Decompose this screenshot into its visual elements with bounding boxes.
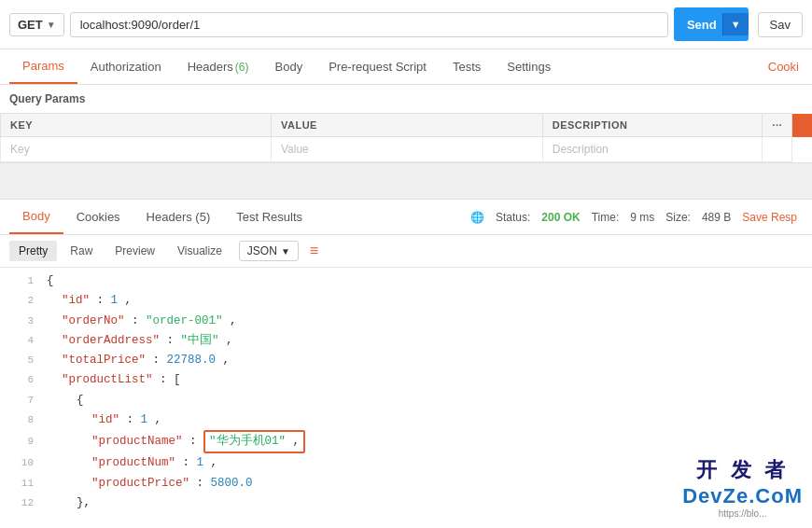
opts-cell — [763, 137, 792, 162]
time-label: Time: — [592, 211, 620, 224]
method-select[interactable]: GET ▼ — [9, 13, 64, 36]
tab-resp-headers[interactable]: Headers (5) — [133, 201, 224, 233]
section-divider — [0, 162, 812, 200]
chevron-down-icon: ▼ — [281, 246, 290, 257]
json-line-6: 6 "productList" : [ — [0, 370, 812, 390]
col-value-header: VALUE — [271, 114, 542, 137]
wrap-icon[interactable]: ≡ — [310, 243, 318, 259]
status-value: 200 OK — [541, 211, 580, 224]
json-viewer: 1 { 2 "id" : 1 , 3 "orderNo" : "order-00… — [0, 268, 812, 517]
time-value: 9 ms — [630, 211, 654, 224]
tab-params[interactable]: Params — [9, 49, 77, 84]
key-cell[interactable]: Key — [1, 137, 272, 162]
tab-settings[interactable]: Settings — [494, 50, 564, 83]
chevron-down-icon: ▼ — [47, 20, 56, 30]
desc-cell[interactable]: Description — [542, 137, 763, 162]
json-line-5: 5 "totalPrice" : 22788.0 , — [0, 351, 812, 370]
tab-resp-cookies[interactable]: Cookies — [63, 201, 133, 233]
tab-resp-testresults[interactable]: Test Results — [223, 201, 315, 233]
col-key-header: KEY — [1, 114, 272, 137]
size-label: Size: — [665, 211, 691, 224]
json-line-9: 9 "productName" : "华为手机01" , — [0, 430, 812, 453]
method-label: GET — [18, 18, 43, 32]
top-bar: GET ▼ Send ▼ Sav — [0, 0, 812, 49]
json-line-2: 2 "id" : 1 , — [0, 291, 812, 311]
json-line-1: 1 { — [0, 271, 812, 291]
query-params-label: Query Params — [0, 85, 812, 113]
table-row: Key Value Description — [1, 137, 812, 162]
status-label: Status: — [496, 211, 530, 224]
format-bar: Pretty Raw Preview Visualize JSON ▼ ≡ — [0, 235, 812, 268]
save-response-button[interactable]: Save Resp — [742, 211, 797, 224]
value-cell[interactable]: Value — [271, 137, 542, 162]
send-button[interactable]: Send ▼ — [674, 7, 749, 41]
col-opts-header: ··· — [763, 114, 792, 137]
response-status-bar: 🌐 Status: 200 OK Time: 9 ms Size: 489 B … — [465, 211, 803, 224]
col-desc-header: DESCRIPTION — [542, 114, 763, 137]
globe-icon: 🌐 — [470, 211, 484, 224]
raw-button[interactable]: Raw — [61, 241, 102, 261]
tab-headers[interactable]: Headers(6) — [175, 50, 262, 83]
tab-body[interactable]: Body — [262, 50, 316, 83]
tab-prerequest[interactable]: Pre-request Script — [315, 50, 440, 83]
json-line-7: 7 { — [0, 391, 812, 410]
format-label: JSON — [247, 244, 277, 257]
size-value: 489 B — [702, 211, 731, 224]
json-line-8: 8 "id" : 1 , — [0, 410, 812, 430]
json-line-12: 12 }, — [0, 493, 812, 513]
save-button[interactable]: Sav — [758, 12, 803, 37]
url-input[interactable] — [70, 12, 668, 37]
cookies-link[interactable]: Cooki — [764, 50, 803, 83]
pretty-button[interactable]: Pretty — [9, 241, 57, 261]
highlight-productname: "华为手机01" , — [203, 430, 305, 453]
json-line-4: 4 "orderAddress" : "中国" , — [0, 331, 812, 351]
preview-button[interactable]: Preview — [105, 241, 164, 261]
tab-authorization[interactable]: Authorization — [77, 50, 175, 83]
json-line-3: 3 "orderNo" : "order-001" , — [0, 312, 812, 331]
json-line-11: 11 "productPrice" : 5800.0 — [0, 474, 812, 493]
params-table: KEY VALUE DESCRIPTION ··· Key Value Desc… — [0, 113, 812, 162]
visualize-button[interactable]: Visualize — [168, 241, 231, 261]
json-line-10: 10 "productNum" : 1 , — [0, 453, 812, 473]
tab-resp-body[interactable]: Body — [9, 200, 63, 234]
send-arrow-button[interactable]: ▼ — [722, 13, 749, 35]
format-select[interactable]: JSON ▼ — [239, 241, 299, 261]
tab-tests[interactable]: Tests — [440, 50, 494, 83]
response-tabs: Body Cookies Headers (5) Test Results 🌐 … — [0, 200, 812, 235]
request-tabs: Params Authorization Headers(6) Body Pre… — [0, 49, 812, 85]
